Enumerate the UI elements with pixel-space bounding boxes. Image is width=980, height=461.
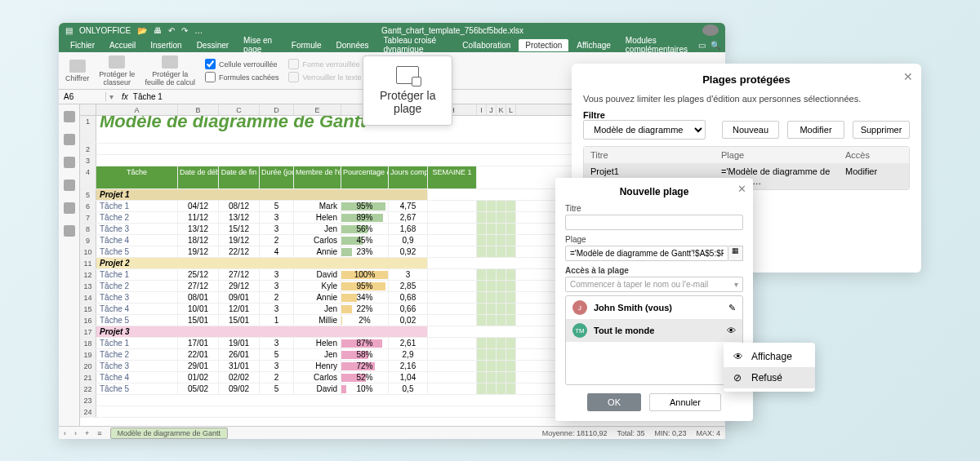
encrypt-label: Chiffrer <box>65 74 89 82</box>
filename: Gantt_chart_template_756bcf5bde.xlsx <box>203 26 702 35</box>
open-icon[interactable]: 📂 <box>137 26 147 35</box>
users-list: J John Smith (vous) ✎ TM Tout le monde 👁 <box>565 295 743 385</box>
menu-affichage[interactable]: Affichage <box>570 39 617 51</box>
redo-icon[interactable]: ↷ <box>181 26 188 35</box>
access-combo[interactable]: Commencer à taper le nom ou l'e-mail▾ <box>565 277 743 292</box>
dialog-title: Nouvelle plage <box>565 186 743 197</box>
prev-sheet-icon[interactable]: ‹ <box>64 429 66 437</box>
col-header[interactable]: A <box>96 104 178 115</box>
menu-formule[interactable]: Formule <box>285 39 328 51</box>
spellcheck-icon[interactable] <box>64 180 75 191</box>
protect-sheet-label: Protéger la feuille de calcul <box>145 70 195 86</box>
col-header[interactable]: J <box>487 104 497 115</box>
menu-dessiner[interactable]: Dessiner <box>190 39 235 51</box>
status-min: MIN: 0,23 <box>654 429 686 437</box>
user-avatar[interactable] <box>702 24 719 36</box>
filter-label: Filtre <box>583 110 910 120</box>
col-header[interactable]: C <box>219 104 260 115</box>
column-header: Durée (jours) <box>260 166 294 188</box>
brand-logo: ▤ <box>65 26 73 35</box>
column-header: Tâche <box>96 166 178 188</box>
menubar: FichierAccueilInsertionDessinerMise en p… <box>59 38 725 52</box>
eye-icon[interactable]: 👁 <box>727 326 736 335</box>
col-access: Accès <box>845 150 902 160</box>
user-row-self[interactable]: J John Smith (vous) ✎ <box>566 296 742 319</box>
more-icon[interactable]: … <box>194 26 203 35</box>
title-label: Titre <box>565 204 743 213</box>
title-input[interactable] <box>565 215 743 230</box>
menu-collaboration[interactable]: Collaboration <box>456 39 517 51</box>
range-label: Plage <box>565 235 743 244</box>
col-title: Titre <box>590 150 721 160</box>
range-input[interactable] <box>565 246 728 261</box>
filter-select[interactable]: Modèle de diagramme de Gantt <box>583 120 706 140</box>
access-label: Accès à la plage <box>565 266 743 275</box>
sheet-lock-icon <box>162 55 178 69</box>
search-icon[interactable]: 🔍 <box>710 41 720 50</box>
left-sidebar <box>59 104 80 426</box>
sheets-list-icon[interactable]: ≡ <box>97 429 101 437</box>
comments-icon[interactable] <box>64 134 75 145</box>
protect-workbook-button[interactable]: Protéger le classeur <box>99 55 135 86</box>
avatar: TM <box>572 323 587 338</box>
dropdown-icon[interactable]: ▾ <box>106 92 117 101</box>
status-max: MAX: 4 <box>696 429 720 437</box>
info-icon[interactable] <box>64 225 75 237</box>
dropdown-item-view[interactable]: 👁 Affichage <box>724 346 815 367</box>
menu-insertion[interactable]: Insertion <box>144 39 188 51</box>
brand-name: ONLYOFFICE <box>79 26 131 35</box>
statusbar: ‹ › + ≡ Modèle de diagramme de Gantt Moy… <box>59 426 725 439</box>
range-lock-icon <box>396 66 419 84</box>
close-icon[interactable]: ✕ <box>903 70 913 83</box>
permission-dropdown: 👁 Affichage ⊘ Refusé <box>724 343 815 392</box>
col-header[interactable]: I <box>477 104 487 115</box>
user-row-everyone[interactable]: TM Tout le monde 👁 <box>566 319 742 342</box>
menu-données[interactable]: Données <box>330 39 376 51</box>
dropdown-item-denied[interactable]: ⊘ Refusé <box>724 367 815 388</box>
print-icon[interactable]: 🖶 <box>154 26 162 35</box>
add-sheet-icon[interactable]: + <box>85 429 89 437</box>
cancel-button[interactable]: Annuler <box>649 393 721 411</box>
next-sheet-icon[interactable]: › <box>74 429 77 437</box>
lock-text-checkbox: Verrouiller le texte <box>288 72 361 82</box>
locked-cell-checkbox[interactable]: Cellule verrouillée <box>205 59 279 69</box>
search-icon[interactable] <box>64 111 75 122</box>
edit-button[interactable]: Modifier <box>787 121 844 139</box>
sheet-tab[interactable]: Modèle de diagramme de Gantt <box>110 428 229 439</box>
col-header[interactable]: K <box>497 104 506 115</box>
denied-icon: ⊘ <box>733 372 745 383</box>
col-header[interactable]: D <box>260 104 294 115</box>
menu-accueil[interactable]: Accueil <box>103 39 142 51</box>
menu-protection[interactable]: Protection <box>519 39 568 51</box>
ok-button[interactable]: OK <box>587 393 641 411</box>
column-header: Pourcentage de réussite <box>341 166 389 188</box>
col-header[interactable]: L <box>506 104 516 115</box>
status-average: Moyenne: 18110,92 <box>542 429 608 437</box>
column-header: Jours complets <box>389 166 428 188</box>
protect-sheet-button[interactable]: Protéger la feuille de calcul <box>145 55 195 86</box>
new-button[interactable]: Nouveau <box>722 121 779 139</box>
locked-shape-checkbox: Forme verrouillée <box>288 59 361 69</box>
undo-icon[interactable]: ↶ <box>168 26 175 35</box>
cell-reference[interactable]: A6 <box>59 92 106 101</box>
panel-description: Vous pouvez limiter les plages d'édition… <box>583 94 910 104</box>
edit-icon[interactable]: ✎ <box>728 303 736 313</box>
protect-workbook-label: Protéger le classeur <box>99 70 135 86</box>
feedback-icon[interactable] <box>64 202 75 214</box>
encrypt-button[interactable]: Chiffrer <box>65 60 89 82</box>
column-header: Date de début <box>178 166 219 188</box>
chat-icon[interactable] <box>64 157 75 168</box>
folder-icon[interactable]: ▭ <box>698 41 706 50</box>
column-header: SEMAINE 1 <box>428 166 477 188</box>
col-header[interactable]: B <box>178 104 219 115</box>
col-header[interactable]: E <box>294 104 341 115</box>
avatar: J <box>572 300 587 315</box>
fx-label: fx <box>117 92 133 101</box>
hidden-formulas-checkbox[interactable]: Formules cachées <box>205 72 279 82</box>
delete-button[interactable]: Supprimer <box>853 121 910 139</box>
select-range-icon[interactable]: ▦ <box>728 246 743 261</box>
eye-icon: 👁 <box>733 351 745 362</box>
formula-input[interactable]: Tâche 1 <box>133 92 163 101</box>
menu-fichier[interactable]: Fichier <box>64 39 101 51</box>
close-icon[interactable]: ✕ <box>737 183 746 195</box>
